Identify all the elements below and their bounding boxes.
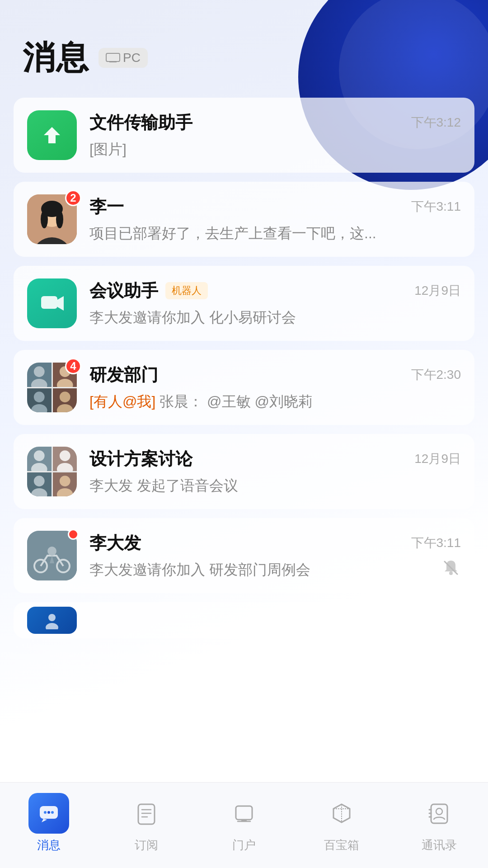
svg-point-16	[31, 379, 47, 387]
bell-muted-icon	[441, 558, 461, 578]
contact-name: 李一	[89, 195, 124, 218]
list-item[interactable]: 2 李一 下午3:11 项目已部署好了，去生产上查看一下吧，这...	[14, 182, 474, 257]
contact-name: 文件传输助手	[89, 111, 192, 134]
person-icon-4	[53, 472, 77, 497]
pc-icon	[106, 53, 120, 63]
message-content: 李一 下午3:11 项目已部署好了，去生产上查看一下吧，这...	[89, 195, 461, 244]
contact-name: 研发部门	[89, 363, 158, 387]
message-preview: 李大发邀请你加入 研发部门周例会	[89, 560, 397, 580]
grid-cell-4	[53, 388, 77, 413]
message-content: 文件传输助手 下午3:12 [图片]	[89, 111, 461, 160]
message-time: 下午3:11	[411, 198, 461, 215]
avatar-wrap: 2	[27, 194, 77, 244]
message-header: 文件传输助手 下午3:12	[89, 111, 461, 134]
toolbox-nav-icon	[330, 802, 353, 825]
unread-badge: 4	[65, 358, 81, 374]
list-item[interactable]: 4 研发部门 下午2:30 [有人@我] 张晨： @王敏 @刘晓莉	[14, 350, 474, 425]
grid-cell-3	[27, 472, 52, 497]
message-header: 研发部门 下午2:30	[89, 363, 461, 387]
person-icon-4	[53, 388, 77, 413]
message-header: 李一 下午3:11	[89, 195, 461, 218]
svg-rect-50	[431, 804, 447, 823]
svg-point-19	[34, 392, 45, 402]
svg-point-23	[34, 450, 45, 461]
nav-label-toolbox: 百宝箱	[324, 837, 359, 853]
pc-badge-text: PC	[123, 51, 141, 65]
nav-item-toolbox[interactable]: 百宝箱	[293, 793, 390, 853]
name-row: 研发部门	[89, 363, 158, 387]
nav-label-messages: 消息	[37, 837, 61, 853]
mute-icon	[441, 558, 461, 580]
message-time: 下午3:12	[411, 114, 461, 131]
partial-avatar	[27, 607, 77, 634]
svg-point-40	[44, 811, 47, 814]
message-preview: [有人@我] 张晨： @王敏 @刘晓莉	[89, 392, 397, 412]
message-preview: 李大发 发起了语音会议	[89, 476, 397, 496]
nav-item-contacts[interactable]: 通讯录	[390, 793, 488, 853]
name-row: 设计方案讨论	[89, 448, 192, 471]
svg-point-37	[48, 614, 56, 621]
grid-cell-3	[27, 388, 52, 413]
svg-point-12	[56, 210, 63, 228]
list-item[interactable]: 会议助手 机器人 12月9日 李大发邀请你加入 化小易研讨会	[14, 266, 474, 341]
contact-name: 会议助手	[89, 279, 158, 302]
at-me-tag: [有人@我]	[89, 393, 155, 410]
svg-rect-0	[106, 53, 120, 61]
contact-name: 设计方案讨论	[89, 448, 192, 471]
svg-point-15	[34, 366, 45, 377]
pc-badge: PC	[99, 48, 148, 68]
meeting-icon-svg	[38, 290, 66, 317]
message-content: 会议助手 机器人 12月9日 李大发邀请你加入 化小易研讨会	[89, 279, 461, 328]
nav-item-subscribe[interactable]: 订阅	[98, 793, 195, 853]
nav-item-messages[interactable]: 消息	[0, 793, 98, 853]
svg-point-25	[59, 450, 70, 461]
message-content: 设计方案讨论 12月9日 李大发 发起了语音会议	[89, 448, 461, 496]
avatar-wrap	[27, 447, 77, 496]
message-header: 会议助手 机器人 12月9日	[89, 279, 461, 302]
avatar-wrap	[27, 110, 77, 160]
svg-point-30	[56, 488, 73, 496]
list-item[interactable]: 设计方案讨论 12月9日 李大发 发起了语音会议	[14, 434, 474, 509]
svg-point-24	[31, 463, 47, 471]
grid-cell-2	[53, 447, 77, 471]
name-row: 文件传输助手	[89, 111, 192, 134]
person-icon-2	[53, 447, 77, 471]
partial-avatar-icon	[43, 611, 61, 629]
grid-cell-1	[27, 447, 52, 471]
nav-label-subscribe: 订阅	[135, 837, 158, 853]
message-header: 设计方案讨论 12月9日	[89, 448, 461, 471]
nav-icon-contacts-wrap	[419, 793, 460, 834]
svg-rect-47	[236, 806, 252, 820]
nav-icon-messages-wrap	[28, 793, 69, 834]
svg-point-22	[56, 404, 73, 412]
svg-point-29	[59, 476, 70, 486]
preview-text: 张晨： @王敏 @刘晓莉	[160, 393, 313, 410]
unread-badge: 2	[65, 190, 81, 206]
portal-nav-icon	[232, 802, 256, 825]
message-time: 下午3:11	[411, 534, 461, 552]
robot-tag: 机器人	[165, 282, 208, 299]
person-icon-3	[27, 472, 52, 497]
svg-point-11	[41, 210, 48, 228]
person-icon-1	[27, 363, 52, 387]
person-icon-1	[27, 447, 52, 471]
name-row: 会议助手 机器人	[89, 279, 208, 302]
contacts-nav-icon	[427, 802, 451, 825]
avatar-wrap	[27, 531, 77, 580]
svg-point-38	[46, 623, 58, 629]
list-item-partial[interactable]	[14, 602, 474, 638]
message-content: 李大发 下午3:11 李大发邀请你加入 研发部门周例会	[89, 532, 461, 580]
list-item[interactable]: 文件传输助手 下午3:12 [图片]	[14, 98, 474, 173]
name-row: 李一	[89, 195, 124, 218]
name-row: 李大发	[89, 532, 141, 555]
avatar-wrap: 4	[27, 363, 77, 412]
svg-rect-13	[41, 296, 57, 309]
avatar	[27, 447, 77, 496]
svg-point-20	[31, 404, 47, 412]
list-item[interactable]: 李大发 下午3:11 李大发邀请你加入 研发部门周例会	[14, 518, 474, 593]
svg-point-41	[47, 811, 50, 814]
nav-item-portal[interactable]: 门户	[195, 793, 293, 853]
bottom-nav: 消息 订阅 门户	[0, 782, 488, 868]
contact-name: 李大发	[89, 532, 141, 555]
svg-point-28	[31, 488, 47, 496]
